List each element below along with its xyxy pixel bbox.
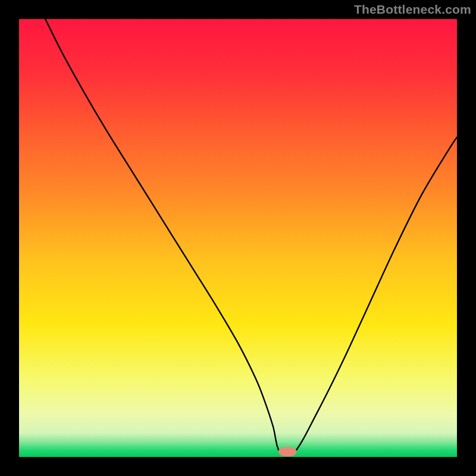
chart-canvas: TheBottleneck.com: [0, 0, 476, 476]
watermark-text: TheBottleneck.com: [354, 2, 471, 17]
plot-svg: [19, 19, 457, 457]
plot-area: [19, 19, 457, 457]
optimum-marker: [278, 447, 297, 456]
gradient-background: [19, 19, 457, 457]
